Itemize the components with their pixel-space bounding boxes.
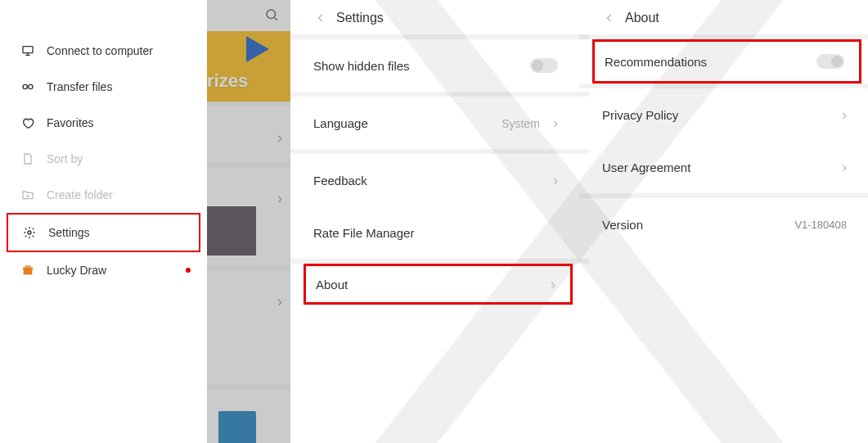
row-label: Recommendations — [605, 55, 707, 69]
chevron-right-icon: › — [277, 293, 282, 310]
background-content: rizes › › › — [207, 0, 290, 443]
row-privacy[interactable]: Privacy Policy › — [602, 88, 855, 141]
chevron-right-icon: › — [842, 159, 847, 176]
folder-add-icon — [21, 188, 34, 201]
row-label: User Agreement — [602, 160, 690, 174]
play-icon — [246, 36, 269, 62]
about-panel: About Recommendations Privacy Policy › U… — [579, 0, 868, 443]
sidebar-item-label: Create folder — [47, 188, 191, 201]
sidebar-item-label: Transfer files — [47, 80, 191, 93]
row-recommendations[interactable]: Recommendations — [605, 42, 852, 81]
sidebar-item-label: Settings — [48, 226, 184, 239]
settings-panel: Settings Show hidden files Language Syst… — [290, 0, 579, 443]
svg-rect-5 — [23, 268, 33, 270]
row-label: Version — [602, 218, 643, 232]
gift-icon — [21, 264, 34, 277]
svg-point-3 — [28, 231, 31, 234]
sidebar-item-settings[interactable]: Settings — [7, 213, 200, 252]
chevron-right-icon: › — [277, 190, 282, 207]
language-value: System — [501, 117, 540, 130]
list-row: › — [207, 167, 290, 265]
row-rate[interactable]: Rate File Manager — [313, 206, 566, 259]
svg-point-2 — [29, 84, 33, 88]
chevron-right-icon: › — [553, 115, 558, 131]
sidebar-item-lucky-draw[interactable]: Lucky Draw — [0, 252, 207, 288]
sidebar-item-favorites[interactable]: Favorites — [0, 105, 207, 141]
row-about[interactable]: About › — [316, 266, 564, 302]
row-label: Rate File Manager — [313, 226, 414, 240]
heart-icon — [21, 116, 34, 129]
promo-banner: rizes — [207, 31, 290, 102]
row-about-highlight: About › — [304, 264, 573, 305]
computer-icon — [21, 44, 34, 57]
toggle-recommendations[interactable] — [816, 54, 844, 69]
file-icon — [21, 152, 34, 165]
chevron-right-icon: › — [842, 106, 847, 124]
row-feedback[interactable]: Feedback › — [313, 154, 566, 206]
svg-point-1 — [23, 84, 27, 88]
search-bar — [207, 0, 290, 31]
settings-title: Settings — [336, 11, 384, 25]
link-icon — [21, 80, 34, 93]
list-row: › — [207, 106, 290, 162]
svg-rect-4 — [24, 269, 33, 275]
thumbnail — [218, 411, 256, 443]
row-show-hidden[interactable]: Show hidden files — [313, 39, 566, 92]
row-label: Feedback — [313, 174, 367, 188]
chevron-right-icon: › — [551, 276, 555, 293]
promo-text: rizes — [207, 70, 248, 92]
toggle-show-hidden[interactable] — [530, 58, 558, 73]
row-label: Language — [313, 116, 368, 130]
row-agreement[interactable]: User Agreement › — [602, 141, 855, 193]
row-version: Version V1-180408 — [602, 198, 855, 251]
sidebar-item-label: Connect to computer — [47, 44, 191, 57]
sidebar-item-create-folder: Create folder — [0, 177, 207, 213]
sidebar-item-label: Sort by — [47, 152, 191, 165]
chevron-right-icon: › — [277, 129, 282, 147]
settings-header: Settings — [313, 0, 566, 31]
sidebar-item-transfer[interactable]: Transfer files — [0, 69, 207, 105]
back-button[interactable] — [602, 13, 617, 23]
row-label: Privacy Policy — [602, 108, 678, 122]
list-row — [207, 390, 290, 443]
notification-dot — [186, 268, 191, 273]
list-row: › — [207, 270, 290, 385]
svg-rect-0 — [23, 47, 33, 53]
row-language[interactable]: Language System › — [313, 97, 566, 149]
sidebar-item-connect[interactable]: Connect to computer — [0, 33, 207, 69]
sidebar-item-label: Lucky Draw — [47, 264, 181, 277]
search-icon — [264, 7, 279, 25]
row-label: Show hidden files — [313, 59, 410, 73]
sidebar-item-sort: Sort by — [0, 141, 207, 177]
version-value: V1-180408 — [794, 219, 847, 231]
chevron-right-icon: › — [553, 172, 558, 189]
sidebar-item-label: Favorites — [47, 116, 191, 129]
svg-point-6 — [267, 10, 276, 19]
sidebar: Connect to computer Transfer files Favor… — [0, 0, 207, 443]
about-header: About — [602, 0, 855, 31]
thumbnail — [207, 206, 256, 255]
back-button[interactable] — [313, 13, 328, 23]
row-recommendations-highlight: Recommendations — [592, 39, 861, 84]
gear-icon — [23, 226, 36, 239]
row-label: About — [316, 278, 348, 292]
about-title: About — [625, 11, 659, 25]
